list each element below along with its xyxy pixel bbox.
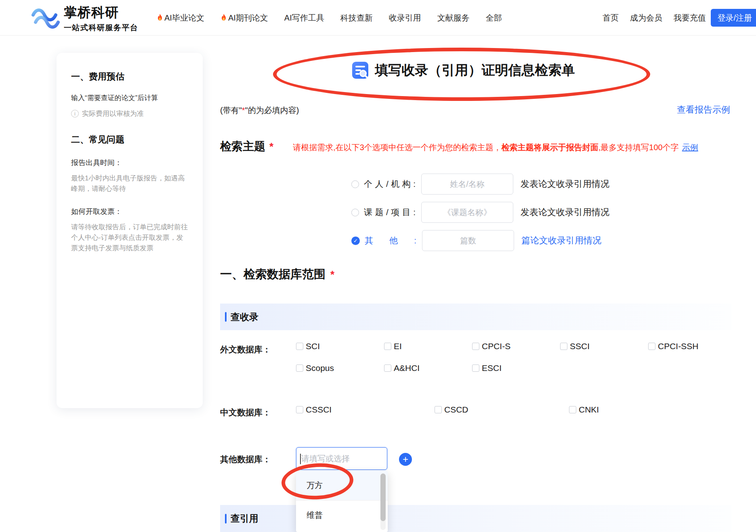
database-scope-title: 一、检索数据库范围: [220, 266, 326, 283]
nav-item-citation[interactable]: 收录引用: [389, 13, 421, 23]
sidebar-section-title-cost: 一、费用预估: [71, 71, 188, 83]
nav-link-membership[interactable]: 成为会员: [630, 13, 662, 23]
checkbox-label: CPCI-S: [482, 341, 510, 351]
checkbox-sci[interactable]: SCI: [296, 341, 384, 351]
nav-item-ai-thesis[interactable]: AI毕业论文: [157, 13, 204, 23]
nav-item-literature[interactable]: 文献服务: [437, 13, 470, 23]
required-note-suffix: "的为必填内容): [245, 106, 299, 115]
checkbox-ei[interactable]: EI: [384, 341, 472, 351]
required-note: (带有"*"的为必填内容): [220, 105, 299, 116]
radio-person[interactable]: [351, 180, 359, 188]
nav-item-label: AI期刊论文: [228, 13, 268, 23]
topic-option-other: ✓ 其他: 篇论文收录引用情况: [351, 230, 609, 251]
login-register-button[interactable]: 登录/注册: [711, 9, 756, 27]
check-inclusion-title: 查收录: [231, 311, 258, 323]
fire-icon: [157, 14, 163, 22]
required-star: *: [330, 268, 334, 281]
radio-project[interactable]: [351, 209, 359, 216]
option-label-person: 个人/机构:: [364, 178, 416, 190]
foreign-db-label: 外文数据库：: [220, 344, 271, 355]
nav-item-tech-novelty[interactable]: 科技查新: [340, 13, 373, 23]
other-db-input[interactable]: [296, 448, 387, 469]
logo[interactable]: 掌桥科研 一站式科研服务平台: [32, 4, 139, 33]
required-star: *: [242, 106, 245, 115]
checkbox-cssci[interactable]: CSSCI: [296, 405, 332, 415]
checkbox-box[interactable]: [472, 343, 479, 350]
checkbox-label: EI: [394, 341, 402, 351]
checkbox-box[interactable]: [384, 343, 391, 350]
add-database-button[interactable]: +: [399, 453, 412, 466]
required-note-prefix: (带有": [220, 106, 242, 115]
checkbox-box[interactable]: [560, 343, 567, 350]
checkbox-label: ESCI: [482, 363, 502, 373]
option-suffix-other[interactable]: 篇论文收录引用情况: [521, 235, 601, 247]
wave-logo-icon: [32, 6, 61, 31]
radio-other-checked[interactable]: ✓: [351, 237, 360, 245]
page-title: 填写收录（引用）证明信息检索单: [375, 61, 575, 80]
checkbox-box[interactable]: [472, 364, 479, 372]
option-label-project: 课题/项目:: [364, 207, 416, 218]
checkbox-box[interactable]: [648, 343, 655, 350]
nav-link-recharge[interactable]: 我要充值: [674, 13, 706, 23]
sidebar-cost-text: 输入“需要查证的论文”后计算: [71, 93, 188, 103]
checkbox-esci[interactable]: ESCI: [472, 363, 560, 373]
fire-icon: [220, 14, 227, 22]
nav-link-home[interactable]: 首页: [603, 13, 619, 23]
topic-option-person: 个人/机构: 发表论文收录引用情况: [351, 174, 609, 195]
nav-item-label: AI毕业论文: [164, 13, 204, 23]
topic-example-link[interactable]: 示例: [682, 142, 698, 153]
sidebar-section-title-faq: 二、常见问题: [71, 134, 188, 146]
check-citation-title: 查引用: [231, 512, 258, 525]
banner-accent-bar: [225, 312, 227, 322]
dropdown-scrollbar-thumb[interactable]: [380, 473, 386, 521]
document-search-icon: [351, 61, 370, 80]
sidebar-question-report-time: 报告出具时间：: [71, 158, 188, 168]
search-topic-heading: 检索主题: [220, 139, 265, 154]
checkbox-box[interactable]: [296, 343, 303, 350]
project-name-input[interactable]: [421, 202, 513, 223]
checkbox-label: CSCD: [444, 405, 468, 415]
checkbox-label: CSSCI: [306, 405, 332, 415]
database-scope-heading: 一、检索数据库范围 *: [220, 266, 334, 283]
other-db-dropdown: 万方 维普: [296, 471, 388, 532]
dropdown-option-wanfang[interactable]: 万方: [296, 471, 388, 500]
nav-item-all[interactable]: 全部: [486, 13, 502, 23]
top-navbar: 掌桥科研 一站式科研服务平台 AI毕业论文 AI期刊论文 AI写作工具 科技查新…: [0, 0, 756, 36]
topic-hint-normal2: ,最多支持填写100个字: [598, 143, 679, 152]
checkbox-box[interactable]: [296, 364, 303, 372]
checkbox-label: SCI: [306, 341, 320, 351]
topic-hint-normal: 请根据需求,在以下3个选项中任选一个作为您的检索主题，: [293, 143, 502, 152]
nav-item-label: 全部: [486, 13, 502, 23]
checkbox-box[interactable]: [296, 406, 303, 413]
checkbox-cpci-s[interactable]: CPCI-S: [472, 341, 560, 351]
person-name-input[interactable]: [421, 174, 513, 195]
checkbox-cscd[interactable]: CSCD: [435, 405, 468, 415]
page: 掌桥科研 一站式科研服务平台 AI毕业论文 AI期刊论文 AI写作工具 科技查新…: [0, 0, 756, 532]
view-report-sample-link[interactable]: 查看报告示例: [677, 104, 730, 116]
nav-item-ai-journal[interactable]: AI期刊论文: [220, 13, 268, 23]
checkbox-scopus[interactable]: Scopus: [296, 363, 384, 373]
dropdown-option-weipu[interactable]: 维普: [296, 500, 388, 530]
nav-item-label: 科技查新: [340, 13, 373, 23]
checkbox-label: A&HCI: [394, 363, 420, 373]
nav-item-ai-writing[interactable]: AI写作工具: [284, 13, 324, 23]
checkbox-box[interactable]: [435, 406, 442, 413]
topic-options: 个人/机构: 发表论文收录引用情况 课题/项目: 发表论文收录引用情况 ✓ 其他…: [351, 174, 609, 258]
sidebar-answer-report-time: 最快1小时内出具电子版报告，如遇高峰期，请耐心等待: [71, 173, 188, 195]
topic-option-project: 课题/项目: 发表论文收录引用情况: [351, 202, 609, 223]
page-title-row: 填写收录（引用）证明信息检索单: [220, 61, 706, 80]
checkbox-label: SSCI: [570, 341, 590, 351]
sidebar-question-invoice: 如何开取发票：: [71, 207, 188, 216]
sidebar-card: 一、费用预估 输入“需要查证的论文”后计算 i 实际费用以审核为准 二、常见问题…: [57, 53, 203, 408]
logo-title: 掌桥科研: [64, 4, 139, 22]
paper-count-input[interactable]: [422, 230, 514, 251]
checkbox-ssci[interactable]: SSCI: [560, 341, 648, 351]
checkbox-box[interactable]: [569, 406, 576, 413]
checkbox-box[interactable]: [384, 364, 391, 372]
checkbox-cpci-ssh[interactable]: CPCI-SSH: [648, 341, 736, 351]
checkbox-ahci[interactable]: A&HCI: [384, 363, 472, 373]
sidebar-cost-note-text: 实际费用以审核为准: [82, 109, 144, 118]
nav-menu: AI毕业论文 AI期刊论文 AI写作工具 科技查新 收录引用 文献服务 全部: [157, 0, 502, 36]
checkbox-cnki[interactable]: CNKI: [569, 405, 599, 415]
sidebar-answer-invoice: 请等待收取报告后，订单已完成时前往个人中心-订单列表点击开取发票，发票支持电子发…: [71, 222, 188, 254]
